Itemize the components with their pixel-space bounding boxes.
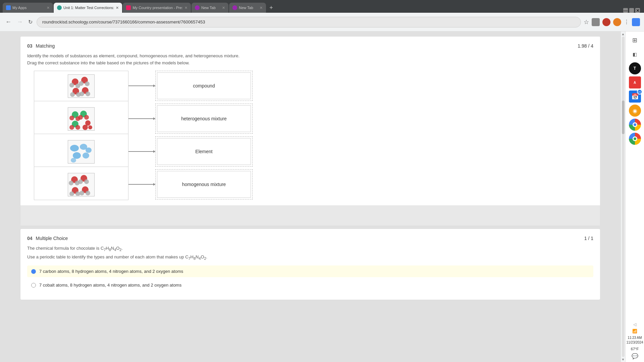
tab-favicon-4 (195, 5, 200, 10)
line-2 (128, 104, 155, 134)
line-1 (128, 71, 155, 101)
calendar-badge: 25 (637, 89, 642, 95)
q3-number-type: 03 Matching (27, 43, 55, 49)
tab-close-1[interactable]: ✕ (47, 6, 50, 10)
time-display: 11:23 AM 11/23/2024 (626, 336, 643, 345)
profile-icon[interactable] (613, 18, 621, 26)
q3-instruction2: Drag the correct substance into the tabl… (27, 60, 593, 65)
tab-label-4: New Tab (201, 6, 220, 10)
add-tab-button[interactable]: + (267, 3, 276, 13)
svg-point-40 (79, 191, 84, 195)
menu-icon[interactable]: ⋮ (624, 19, 629, 25)
match-target-2: heterogenous mixture (155, 104, 253, 134)
top-scroll-area (0, 32, 621, 35)
sidebar-icon-panel[interactable]: ◧ (629, 48, 641, 60)
scroll-down-arrow[interactable]: ▼ (622, 358, 625, 361)
q3-gray-bottom (20, 205, 600, 226)
tab-favicon-5 (232, 5, 237, 10)
scrollbar[interactable]: ▲ ▼ (621, 32, 625, 362)
message-icon[interactable]: 💬 (632, 353, 638, 359)
scroll-up-arrow[interactable]: ▲ (622, 32, 625, 36)
tab-my-apps[interactable]: My Apps ✕ (3, 3, 53, 13)
scroll-thumb[interactable] (622, 101, 625, 134)
tab-favicon-2 (57, 5, 62, 10)
browser-chrome: My Apps ✕ Unit 1: Matter Test Correction… (0, 0, 644, 13)
molecule-image-1 (68, 74, 95, 98)
matching-area: compound heterogenous mixture Element (27, 71, 593, 200)
sidebar-icon-chrome2[interactable] (629, 133, 641, 145)
extension-icon-1[interactable] (592, 18, 600, 26)
molecule-image-3 (68, 140, 95, 164)
bookmark-icon[interactable]: ☆ (584, 18, 589, 26)
temp-display: 67°F (631, 347, 639, 351)
radio-1-selected (31, 269, 36, 274)
forward-button[interactable]: → (15, 17, 24, 27)
match-target-4: homogenous mixture (155, 169, 253, 199)
svg-point-19 (69, 125, 74, 130)
svg-point-7 (70, 92, 75, 97)
matching-item-4 (34, 170, 128, 200)
choice-2[interactable]: 7 cobalt atoms, 8 hydrogen atoms, 4 nitr… (27, 279, 593, 291)
tab-close-4[interactable]: ✕ (222, 6, 225, 10)
svg-point-35 (84, 179, 89, 184)
content-area: 03 Matching 1.98 / 4 Identify the models… (0, 32, 621, 362)
tab-close-2[interactable]: ✕ (116, 6, 119, 10)
tab-label-3: My Country presentation - Pre: (132, 6, 183, 10)
q4-number: 04 (27, 236, 33, 241)
match-answer-2: heterogenous mixture (157, 105, 251, 132)
question-3-card: 03 Matching 1.98 / 4 Identify the models… (20, 36, 600, 226)
q4-instruction: Use a periodic table to identify the typ… (27, 254, 593, 260)
tab-label-1: My Apps (12, 6, 45, 10)
scroll-track[interactable] (622, 37, 625, 357)
line-3 (128, 136, 155, 167)
svg-point-24 (70, 145, 79, 152)
tab-newtab1[interactable]: New Tab ✕ (192, 3, 228, 13)
match-answer-3: Element (157, 138, 251, 165)
svg-point-5 (85, 81, 90, 86)
q4-formula-text: The chemical formula for chocolate is C7… (27, 246, 593, 252)
svg-point-13 (69, 116, 74, 120)
sidebar-icon-circle[interactable]: ◉ (629, 105, 641, 117)
choice-1-text: 7 carbon atoms, 8 hydrogen atoms, 4 nitr… (39, 269, 183, 274)
line-4 (128, 169, 155, 199)
match-answer-4: homogenous mixture (157, 171, 251, 198)
sidebar-icon-chrome[interactable] (629, 119, 641, 131)
extension-icon-2[interactable] (602, 18, 610, 26)
tab-close-3[interactable]: ✕ (184, 6, 187, 10)
svg-point-11 (86, 92, 90, 96)
tab-country[interactable]: My Country presentation - Pre: ✕ (123, 3, 191, 13)
back-button[interactable]: ← (4, 17, 13, 27)
minimize-button[interactable]: — (623, 8, 628, 13)
matching-item-2 (34, 104, 128, 134)
sidebar-collapse[interactable]: ◁ (633, 322, 636, 327)
url-text: roundrockisd.schoology.com/course/737166… (42, 19, 205, 24)
matching-item-3 (34, 137, 128, 167)
date-text: 11/23/2024 (626, 340, 643, 345)
close-button[interactable]: ✕ (635, 8, 640, 13)
tab-favicon-1 (6, 5, 11, 10)
tab-label-2: Unit 1: Matter Test Corrections: (63, 6, 114, 10)
right-sidebar: ⊞ ◧ T A 📅 25 ◉ ◁ 📶 11:23 AM 11/23/2024 (625, 32, 644, 362)
q3-type: Matching (36, 43, 55, 49)
reload-button[interactable]: ↻ (27, 17, 34, 26)
matching-item-1 (34, 71, 128, 101)
sidebar-toggle[interactable] (632, 18, 640, 26)
match-text-2: heterogenous mixture (181, 116, 226, 121)
maximize-button[interactable] (629, 8, 634, 13)
match-text-4: homogenous mixture (182, 182, 226, 187)
url-bar-container[interactable]: roundrockisd.schoology.com/course/737166… (37, 17, 581, 27)
tab-close-5[interactable]: ✕ (260, 6, 263, 10)
sidebar-icon-calendar[interactable]: 📅 25 (629, 90, 641, 103)
wifi-icon: 📶 (632, 329, 637, 334)
svg-point-17 (84, 115, 89, 120)
tab-newtab2[interactable]: New Tab ✕ (229, 3, 266, 13)
window-controls: — ✕ (619, 8, 644, 13)
tab-unit1[interactable]: Unit 1: Matter Test Corrections: ✕ (54, 3, 122, 13)
sidebar-icon-tiktok[interactable]: T (629, 62, 641, 74)
match-text-3: Element (195, 149, 212, 154)
choice-1[interactable]: 7 carbon atoms, 8 hydrogen atoms, 4 nitr… (27, 265, 593, 277)
q4-type: Multiple Choice (36, 236, 68, 241)
sidebar-icon-grid[interactable]: ⊞ (629, 34, 641, 46)
sidebar-icon-apps[interactable]: A (629, 76, 641, 88)
svg-point-41 (86, 191, 90, 195)
